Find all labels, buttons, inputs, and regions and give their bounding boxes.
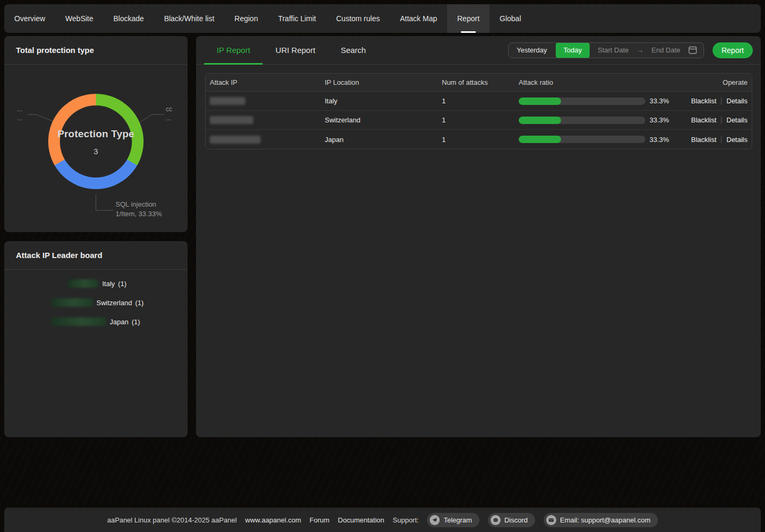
- ip-location-cell: Switzerland: [325, 116, 442, 124]
- num-attacks-cell: 1: [442, 116, 519, 124]
- attack-ratio-bar: [519, 136, 645, 143]
- donut-callout-left: ... ...: [17, 105, 22, 123]
- leaderboard-row: Japan (1): [4, 317, 188, 326]
- nav-item-attack-map[interactable]: Attack Map: [390, 4, 447, 33]
- blacklist-link[interactable]: Blacklist: [691, 136, 717, 144]
- total-protection-type-card: Total protection type Protection Type 3 …: [4, 36, 188, 232]
- leaderboard-row: Italy (1): [4, 279, 188, 288]
- tab-search[interactable]: Search: [328, 36, 379, 64]
- nav-item-global[interactable]: Global: [490, 4, 531, 33]
- country-label: Italy: [102, 280, 115, 288]
- footer-support-label: Support:: [393, 516, 419, 524]
- protection-donut-chart: Protection Type 3 ... ... cc ... SQL inj…: [4, 65, 188, 232]
- redacted-ip-bar: [68, 279, 99, 288]
- donut-callout-sql-injection: SQL injection 1/Item, 33.33%: [115, 200, 162, 219]
- attack-ip-leaderboard-card: Attack IP Leader board Italy (1) Switzer…: [4, 241, 188, 437]
- donut-center-value: 3: [48, 147, 144, 156]
- col-header-num-of-attacks: Num of attacks: [442, 78, 519, 86]
- arrow-right-icon: →: [637, 46, 644, 54]
- col-header-attack-ip: Attack IP: [206, 78, 325, 86]
- country-label: Switzerland: [96, 299, 132, 307]
- redacted-ip: [210, 97, 245, 105]
- redacted-ip: [210, 136, 261, 144]
- col-header-ip-location: IP Location: [325, 78, 442, 86]
- country-label: Japan: [110, 318, 128, 326]
- date-range-picker: Yesterday Today Start Date → End Date: [508, 42, 704, 58]
- footer: aaPanel Linux panel ©2014-2025 aaPanel w…: [4, 508, 761, 532]
- leaderboard-row: Switzerland (1): [4, 298, 188, 307]
- email-button[interactable]: Email: support@aapanel.com: [544, 513, 658, 527]
- attack-count: (1): [135, 299, 144, 307]
- nav-item-overview[interactable]: Overview: [4, 4, 55, 33]
- today-button[interactable]: Today: [556, 42, 590, 58]
- telegram-button[interactable]: Telegram: [427, 513, 479, 527]
- email-icon: [546, 515, 556, 525]
- details-link[interactable]: Details: [726, 97, 748, 105]
- table-row: Japan 1 33.3% Blacklist Details: [206, 130, 752, 149]
- attack-ratio-fill: [519, 136, 561, 143]
- nav-item-custom-rules[interactable]: Custom rules: [326, 4, 390, 33]
- table-header-row: Attack IP IP Location Num of attacks Att…: [206, 74, 752, 92]
- num-attacks-cell: 1: [442, 136, 519, 144]
- col-header-operate: Operate: [675, 78, 752, 86]
- yesterday-button[interactable]: Yesterday: [509, 43, 555, 58]
- report-panel: IP Report URI Report Search Yesterday To…: [196, 36, 761, 437]
- attack-ratio-bar: [519, 97, 645, 105]
- attack-ratio-value: 33.3%: [650, 97, 669, 105]
- redacted-ip-bar: [52, 317, 106, 326]
- col-header-attack-ratio: Attack ratio: [519, 78, 675, 86]
- tab-uri-report[interactable]: URI Report: [263, 36, 328, 64]
- attack-ratio-fill: [519, 97, 561, 105]
- details-link[interactable]: Details: [726, 136, 748, 144]
- tab-ip-report[interactable]: IP Report: [204, 36, 263, 64]
- redacted-ip-bar: [51, 298, 93, 307]
- ip-location-cell: Japan: [325, 136, 442, 144]
- report-button[interactable]: Report: [713, 42, 753, 58]
- footer-forum-link[interactable]: Forum: [309, 516, 330, 524]
- footer-docs-link[interactable]: Documentation: [338, 516, 384, 524]
- attack-ip-table: Attack IP IP Location Num of attacks Att…: [205, 73, 752, 149]
- attack-count: (1): [131, 318, 140, 326]
- blacklist-link[interactable]: Blacklist: [691, 116, 717, 124]
- calendar-icon[interactable]: [688, 46, 697, 55]
- card-title: Attack IP Leader board: [4, 241, 188, 270]
- leaderboard-chart: Italy (1) Switzerland (1) Japan (1): [4, 270, 188, 326]
- date-controls: Yesterday Today Start Date → End Date Re…: [508, 36, 753, 64]
- nav-item-report[interactable]: Report: [447, 4, 490, 33]
- attack-ratio-value: 33.3%: [650, 116, 669, 124]
- nav-item-website[interactable]: WebSite: [55, 4, 103, 33]
- donut-center-label: Protection Type 3: [48, 128, 144, 156]
- divider: [721, 117, 722, 123]
- nav-item-blockade[interactable]: Blockade: [103, 4, 154, 33]
- details-link[interactable]: Details: [726, 116, 748, 124]
- divider: [721, 136, 722, 143]
- report-panel-header: IP Report URI Report Search Yesterday To…: [196, 36, 761, 65]
- discord-icon: [491, 515, 501, 525]
- num-attacks-cell: 1: [442, 97, 519, 105]
- nav-item-black-white-list[interactable]: Black/White list: [154, 4, 225, 33]
- footer-brand: aaPanel Linux panel ©2014-2025 aaPanel: [107, 516, 237, 524]
- start-date-input[interactable]: Start Date: [590, 43, 637, 58]
- attack-count: (1): [118, 280, 127, 288]
- card-title: Total protection type: [4, 36, 188, 65]
- nav-item-traffic-limit[interactable]: Traffic Limit: [268, 4, 326, 33]
- redacted-ip: [210, 116, 253, 124]
- table-row: Italy 1 33.3% Blacklist Details: [206, 92, 752, 111]
- discord-button[interactable]: Discord: [488, 513, 535, 527]
- attack-ratio-bar: [519, 117, 645, 124]
- divider: [721, 97, 722, 104]
- attack-ratio-value: 33.3%: [650, 136, 669, 144]
- ip-location-cell: Italy: [325, 97, 442, 105]
- top-navigation: Overview WebSite Blockade Black/White li…: [4, 4, 761, 33]
- end-date-input[interactable]: End Date: [644, 43, 688, 58]
- donut-center-title: Protection Type: [48, 128, 144, 140]
- nav-item-region[interactable]: Region: [225, 4, 268, 33]
- attack-ratio-fill: [519, 117, 561, 124]
- table-row: Switzerland 1 33.3% Blacklist Details: [206, 111, 752, 130]
- telegram-icon: [430, 515, 440, 525]
- blacklist-link[interactable]: Blacklist: [691, 97, 717, 105]
- donut-callout-cc: cc ...: [166, 105, 172, 123]
- footer-site-link[interactable]: www.aapanel.com: [245, 516, 301, 524]
